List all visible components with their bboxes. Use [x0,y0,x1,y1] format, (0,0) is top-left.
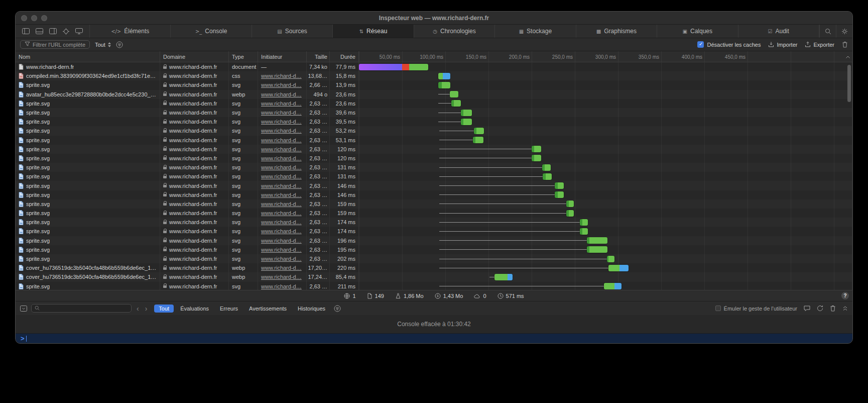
close-button[interactable] [21,15,27,21]
initiator-link[interactable]: www.richard-d… [261,119,302,125]
waterfall-bar[interactable] [461,110,472,116]
tab-network[interactable]: ⇅Réseau [333,25,414,38]
help-button[interactable]: ? [841,292,849,299]
initiator-link[interactable]: www.richard-d… [261,283,302,289]
network-request-row[interactable]: sprite.svgwww.richard-dern.frsvgwww.rich… [16,80,852,89]
initiator-link[interactable]: www.richard-d… [261,128,302,134]
console-search-field[interactable] [31,304,132,313]
console-prompt[interactable]: > [16,333,852,343]
network-request-row[interactable]: sprite.svgwww.richard-dern.frsvgwww.rich… [16,245,852,254]
network-request-row[interactable]: sprite.svgwww.richard-dern.frsvgwww.rich… [16,227,852,236]
scrollbar-thumb[interactable] [847,65,851,102]
network-request-row[interactable]: compiled.min.38390909f303624ed9e1cf1bd3f… [16,71,852,80]
waterfall-bar[interactable] [494,274,513,280]
console-drawer-icon[interactable] [804,306,810,312]
waterfall-bar[interactable] [450,91,458,97]
tab-console[interactable]: >_Console [171,25,252,38]
device-icon[interactable] [75,28,83,34]
waterfall-bar[interactable] [580,219,587,226]
network-request-row[interactable]: sprite.svgwww.richard-dern.frsvgwww.rich… [16,209,852,218]
waterfall-bar[interactable] [608,265,629,271]
waterfall-bar[interactable] [580,228,587,235]
waterfall-bar[interactable] [438,82,450,88]
waterfall-bar[interactable] [543,173,551,180]
column-header-dur[interactable]: Durée [330,51,359,62]
network-request-row[interactable]: sprite.svgwww.richard-dern.frsvgwww.rich… [16,136,852,145]
network-request-row[interactable]: sprite.svgwww.richard-dern.frsvgwww.rich… [16,117,852,126]
network-request-row[interactable]: cover_hu736519dc3b5040cfa48b6b559b6de6ec… [16,263,852,272]
import-button[interactable]: Importer [768,41,797,48]
waterfall-bar[interactable] [474,128,484,134]
waterfall-bar[interactable] [566,210,574,217]
initiator-link[interactable]: www.richard-d… [261,91,302,97]
zoom-button[interactable] [41,15,47,21]
initiator-link[interactable]: www.richard-d… [261,183,302,189]
waterfall-bar[interactable] [607,256,614,262]
console-filter-tab-2[interactable]: Erreurs [215,305,242,313]
export-button[interactable]: Exporter [805,41,834,48]
network-request-row[interactable]: sprite.svgwww.richard-dern.frsvgwww.rich… [16,254,852,263]
network-request-row[interactable]: sprite.svgwww.richard-dern.frsvgwww.rich… [16,236,852,245]
url-filter-field[interactable]: Filtrer l'URL complète [20,40,90,49]
console-filter-tab-1[interactable]: Évaluations [176,305,213,313]
dock-right-icon[interactable] [49,28,57,34]
disable-caches-checkbox[interactable]: Désactiver les caches [697,41,761,48]
waterfall-bar[interactable] [451,100,461,107]
network-request-row[interactable]: sprite.svgwww.richard-dern.frsvgwww.rich… [16,190,852,199]
waterfall-bar[interactable] [532,146,541,152]
filter-options-icon[interactable] [116,41,123,48]
column-header-name[interactable]: Nom [16,51,160,62]
expand-console-icon[interactable] [842,306,848,311]
tab-elements[interactable]: </>Éléments [90,25,171,38]
minimize-button[interactable] [31,15,37,21]
network-request-row[interactable]: sprite.svgwww.richard-dern.frsvgwww.rich… [16,154,852,163]
network-request-row[interactable]: sprite.svgwww.richard-dern.frsvgwww.rich… [16,145,852,154]
initiator-link[interactable]: www.richard-d… [261,265,302,271]
tab-graphics[interactable]: ▩Graphismes [576,25,657,38]
console-scope-icon[interactable] [20,306,27,312]
next-result-button[interactable]: › [144,305,149,312]
column-header-domain[interactable]: Domaine [160,51,229,62]
network-request-row[interactable]: sprite.svgwww.richard-dern.frsvgwww.rich… [16,218,852,227]
network-request-row[interactable]: sprite.svgwww.richard-dern.frsvgwww.rich… [16,126,852,135]
initiator-link[interactable]: www.richard-d… [261,173,302,179]
waterfall-bar[interactable] [555,182,563,189]
tab-timelines[interactable]: ◷Chronologies [414,25,495,38]
console-filter-tab-4[interactable]: Historiques [293,305,330,313]
initiator-link[interactable]: www.richard-d… [261,100,302,107]
initiator-link[interactable]: www.richard-d… [261,228,302,234]
network-request-row[interactable]: cover_hu736519dc3b5040cfa48b6b559b6de6ec… [16,272,852,281]
network-request-row[interactable]: sprite.svgwww.richard-dern.frsvgwww.rich… [16,199,852,209]
waterfall-bar[interactable] [604,283,621,289]
initiator-link[interactable]: www.richard-d… [261,192,302,198]
resource-type-dropdown[interactable]: Tout [95,42,111,48]
initiator-link[interactable]: www.richard-d… [261,219,302,225]
clear-network-trash-icon[interactable] [842,41,848,48]
clear-console-trash-icon[interactable] [830,305,836,312]
console-filter-options-icon[interactable] [334,305,341,312]
network-request-row[interactable]: avatar_hu85ecc3e298728880b0bde2dcc4e5c23… [16,90,852,99]
initiator-link[interactable]: www.richard-d… [261,201,302,207]
initiator-link[interactable]: www.richard-d… [261,164,302,170]
tab-layers[interactable]: ▣Calques [657,25,738,38]
search-icon[interactable] [819,25,836,38]
dock-left-icon[interactable] [22,28,30,34]
previous-result-button[interactable]: ‹ [136,305,140,312]
emulate-user-gesture-checkbox[interactable]: Émuler le geste de l'utilisateur [715,306,797,312]
network-request-row[interactable]: sprite.svgwww.richard-dern.frsvgwww.rich… [16,163,852,172]
initiator-link[interactable]: www.richard-d… [261,146,302,152]
waterfall-bar[interactable] [555,191,563,198]
dock-bottom-icon[interactable] [36,28,43,34]
initiator-link[interactable]: www.richard-d… [261,210,302,216]
column-header-init[interactable]: Initiateur [258,51,307,62]
network-request-row[interactable]: sprite.svgwww.richard-dern.frsvgwww.rich… [16,172,852,181]
element-picker-icon[interactable] [63,28,69,35]
column-header-size[interactable]: Taille [307,51,330,62]
waterfall-bar[interactable] [587,246,607,253]
history-refresh-icon[interactable] [817,305,823,312]
waterfall-bar[interactable] [532,155,541,161]
initiator-link[interactable]: www.richard-d… [261,155,302,161]
tab-storage[interactable]: ▦Stockage [495,25,576,38]
initiator-link[interactable]: www.richard-d… [261,137,302,143]
settings-gear-icon[interactable] [836,25,852,38]
